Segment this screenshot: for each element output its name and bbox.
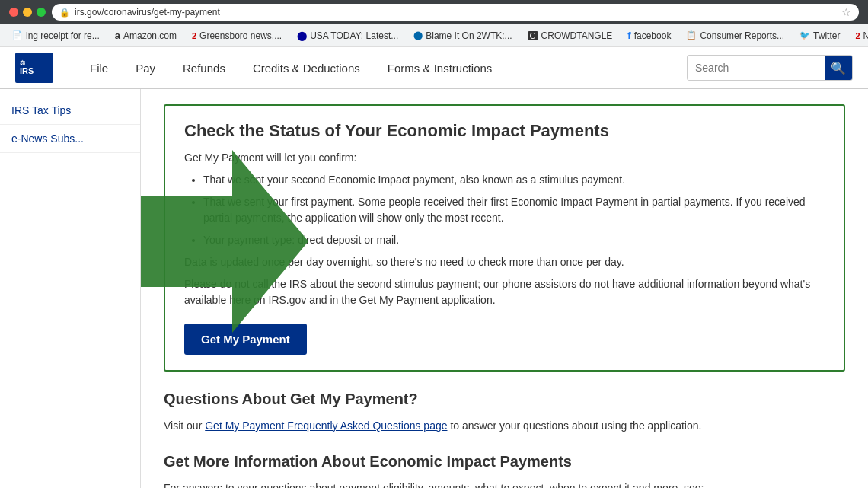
svg-text:IRS: IRS <box>20 66 34 75</box>
nav-forms-instructions[interactable]: Forms & Instructions <box>374 47 506 89</box>
bookmark-icon-ing: 📄 <box>12 30 23 40</box>
maximize-dot[interactable] <box>37 8 46 17</box>
bookmark-label-amazon: Amazon.com <box>123 30 177 41</box>
nav-pay[interactable]: Pay <box>122 47 169 89</box>
minimize-dot[interactable] <box>23 8 32 17</box>
bookmark-icon-twitter: 🐦 <box>799 30 810 40</box>
bookmark-usatoday[interactable]: ⬤ USA TODAY: Latest... <box>291 29 404 43</box>
bookmark-icon-unempl: 2 <box>855 31 860 40</box>
irs-header: ⚖ IRS File Pay Refunds Credits & Deducti… <box>0 47 868 89</box>
questions-text-before: Visit our <box>164 419 205 432</box>
sidebar-item-irs-tax-tips[interactable]: IRS Tax Tips <box>0 97 140 125</box>
bookmark-greensboro[interactable]: 2 Greensboro news,... <box>186 29 288 43</box>
bookmark-star-icon[interactable]: ☆ <box>841 6 851 18</box>
data-update-note: Data is updated once per day overnight, … <box>184 254 825 270</box>
bookmark-ing[interactable]: 📄 ing receipt for re... <box>6 29 106 43</box>
nav-file[interactable]: File <box>76 47 122 89</box>
irs-logo-icon: ⚖ IRS <box>15 53 53 83</box>
main-content: Check the Status of Your Economic Impact… <box>141 89 868 488</box>
do-not-call-note: Please do not call the IRS about the sec… <box>184 276 825 308</box>
nav-credits-deductions[interactable]: Credits & Deductions <box>239 47 374 89</box>
bookmarks-bar: 📄 ing receipt for re... a Amazon.com 2 G… <box>0 24 868 47</box>
bookmark-consumerreports[interactable]: 📋 Consumer Reports... <box>680 29 790 43</box>
bookmark-icon-greensboro: 2 <box>192 31 196 40</box>
bookmark-icon-facebook: f <box>627 30 630 41</box>
main-layout: IRS Tax Tips e-News Subs... Check the St… <box>0 89 868 488</box>
address-bar[interactable]: 🔒 irs.gov/coronavirus/get-my-payment ☆ <box>52 4 859 21</box>
close-dot[interactable] <box>9 8 18 17</box>
bookmark-label-twitter: Twitter <box>813 30 840 41</box>
bookmark-icon-blameit: ⬤ <box>413 30 423 40</box>
questions-text-after: to answer your questions about using the… <box>448 419 702 432</box>
bookmark-unempl[interactable]: 2 Need your unempl... <box>849 29 868 43</box>
faq-link[interactable]: Get My Payment Frequently Asked Question… <box>205 419 447 432</box>
bookmark-icon-consumerreports: 📋 <box>686 30 697 40</box>
questions-section-title: Questions About Get My Payment? <box>164 391 845 408</box>
bookmark-crowdtangle[interactable]: C CROWDTANGLE <box>522 29 619 43</box>
bookmark-blameit[interactable]: ⬤ Blame It On 2WTK:... <box>407 29 518 43</box>
bookmark-label-usatoday: USA TODAY: Latest... <box>310 30 398 41</box>
bookmark-icon-crowdtangle: C <box>528 31 538 40</box>
bookmark-label-greensboro: Greensboro news,... <box>199 30 282 41</box>
url-text: irs.gov/coronavirus/get-my-payment <box>75 7 220 18</box>
bookmark-label-crowdtangle: CROWDTANGLE <box>541 30 613 41</box>
browser-chrome: 🔒 irs.gov/coronavirus/get-my-payment ☆ <box>0 0 868 24</box>
sidebar: IRS Tax Tips e-News Subs... <box>0 89 141 488</box>
bullet-2: That we sent your first payment. Some pe… <box>203 194 825 226</box>
questions-section: Questions About Get My Payment? Visit ou… <box>164 391 845 434</box>
bookmark-label-facebook: facebook <box>634 30 672 41</box>
status-box-intro: Get My Payment will let you confirm: <box>184 150 825 166</box>
main-nav: File Pay Refunds Credits & Deductions Fo… <box>76 47 687 89</box>
more-info-section: Get More Information About Economic Impa… <box>164 453 845 488</box>
questions-section-text: Visit our Get My Payment Frequently Aske… <box>164 417 845 434</box>
status-box: Check the Status of Your Economic Impact… <box>164 104 845 372</box>
lock-icon: 🔒 <box>59 8 70 18</box>
svg-text:⚖: ⚖ <box>20 59 26 66</box>
more-info-intro: For answers to your questions about paym… <box>164 480 845 488</box>
bullet-1: That we sent your second Economic Impact… <box>203 172 825 188</box>
nav-refunds[interactable]: Refunds <box>169 47 239 89</box>
sidebar-item-enews[interactable]: e-News Subs... <box>0 125 140 153</box>
bookmark-facebook[interactable]: f facebook <box>621 28 677 43</box>
bookmark-label-blameit: Blame It On 2WTK:... <box>426 30 512 41</box>
search-button[interactable]: 🔍 <box>825 56 852 80</box>
status-box-bullets: That we sent your second Economic Impact… <box>203 172 825 248</box>
bookmark-label-unempl: Need your unempl... <box>863 30 868 41</box>
get-my-payment-button[interactable]: Get My Payment <box>184 324 307 355</box>
content-wrapper: Check the Status of Your Economic Impact… <box>141 89 868 488</box>
bookmark-amazon[interactable]: a Amazon.com <box>109 28 183 43</box>
bookmark-label-ing: ing receipt for re... <box>26 30 100 41</box>
bookmark-icon-amazon: a <box>115 30 120 41</box>
search-bar[interactable]: 🔍 <box>687 55 853 81</box>
search-icon: 🔍 <box>831 61 846 75</box>
bookmark-label-consumerreports: Consumer Reports... <box>700 30 784 41</box>
window-controls <box>9 8 46 17</box>
more-info-title: Get More Information About Economic Impa… <box>164 453 845 470</box>
status-box-title: Check the Status of Your Economic Impact… <box>184 121 825 141</box>
search-input[interactable] <box>688 56 825 80</box>
bookmark-twitter[interactable]: 🐦 Twitter <box>793 29 846 43</box>
bullet-3: Your payment type: direct deposit or mai… <box>203 232 825 248</box>
irs-logo[interactable]: ⚖ IRS <box>15 53 53 83</box>
bookmark-icon-usatoday: ⬤ <box>297 30 307 41</box>
